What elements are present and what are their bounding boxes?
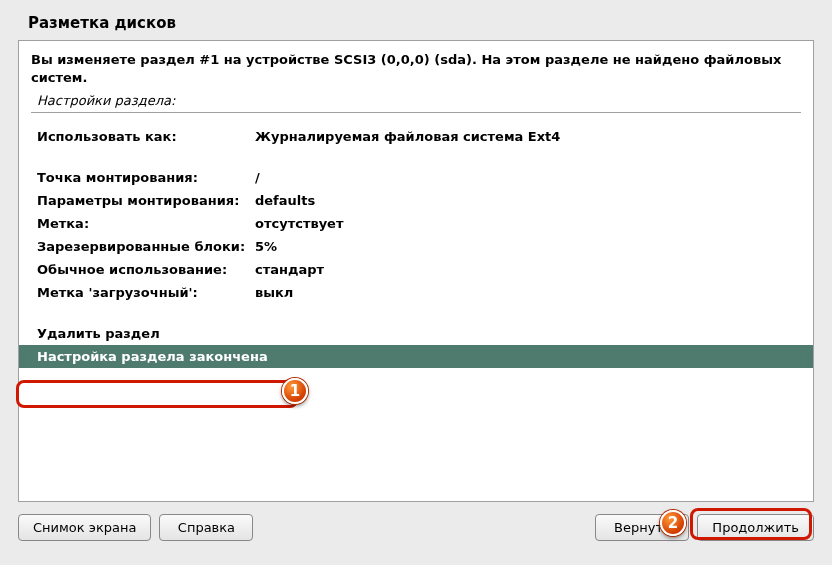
row-key: Точка монтирования: [37,170,255,185]
info-text: Вы изменяете раздел #1 на устройстве SCS… [31,51,801,87]
done-setting-up-partition[interactable]: Настройка раздела закончена [19,345,813,368]
divider [31,112,801,113]
row-use-as[interactable]: Использовать как: Журналируемая файловая… [31,125,801,148]
row-label[interactable]: Метка: отсутствует [31,212,801,235]
screenshot-button[interactable]: Снимок экрана [18,514,151,541]
delete-partition[interactable]: Удалить раздел [31,322,801,345]
row-value: выкл [255,285,293,300]
main-panel: Вы изменяете раздел #1 на устройстве SCS… [18,40,814,502]
row-value: отсутствует [255,216,343,231]
row-value: 5% [255,239,277,254]
row-bootable-flag[interactable]: Метка 'загрузочный': выкл [31,281,801,304]
row-value: стандарт [255,262,324,277]
row-value: / [255,170,260,185]
row-reserved-blocks[interactable]: Зарезервированные блоки: 5% [31,235,801,258]
continue-button[interactable]: Продолжить [697,514,814,541]
row-key: Метка 'загрузочный': [37,285,255,300]
row-value: Журналируемая файловая система Ext4 [255,129,560,144]
back-button[interactable]: Вернуть [595,514,689,541]
page-title: Разметка дисков [18,14,814,32]
row-key: Обычное использование: [37,262,255,277]
button-bar: Снимок экрана Справка Вернуть Продолжить [18,514,814,541]
row-value: defaults [255,193,315,208]
row-key: Параметры монтирования: [37,193,255,208]
row-key: Зарезервированные блоки: [37,239,255,254]
row-key: Использовать как: [37,129,255,144]
row-key: Метка: [37,216,255,231]
settings-rows: Использовать как: Журналируемая файловая… [31,125,801,304]
row-typical-usage[interactable]: Обычное использование: стандарт [31,258,801,281]
help-button[interactable]: Справка [159,514,253,541]
row-mount-options[interactable]: Параметры монтирования: defaults [31,189,801,212]
settings-label: Настройки раздела: [31,93,801,108]
row-mount-point[interactable]: Точка монтирования: / [31,166,801,189]
